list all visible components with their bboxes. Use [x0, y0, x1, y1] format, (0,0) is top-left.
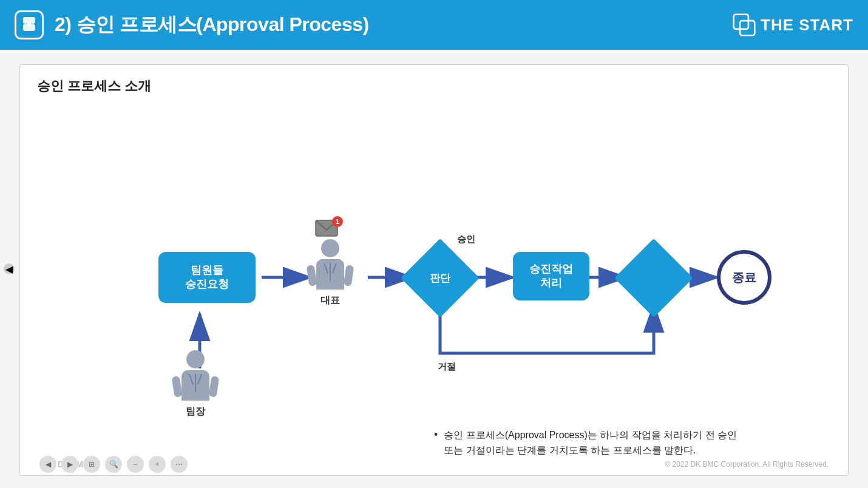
header: 2) 승인 프로세스(Approval Process) THE START — [0, 0, 868, 50]
nav-grid-button[interactable]: ⊞ — [83, 456, 100, 473]
brand-text: THE START — [761, 16, 853, 35]
bullet-point: • — [434, 429, 438, 441]
svg-rect-0 — [27, 22, 31, 27]
nav-next-button[interactable]: ▶ — [61, 456, 78, 473]
bottom-text: 승인 프로세스(Approval Process)는 하나의 작업을 처리하기 … — [444, 427, 737, 458]
promotion-task-box: 승진작업 처리 — [513, 252, 589, 300]
team-request-box: 팀원들 승진요청 — [158, 252, 256, 303]
bottom-nav: ◀ ▶ ⊞ 🔍 − + ⋯ — [39, 456, 188, 473]
nav-zoom-out-button[interactable]: − — [127, 456, 144, 473]
judgement-label: 판단 — [412, 250, 468, 306]
notification-badge: 1 — [332, 216, 343, 227]
brand-logo-icon — [733, 13, 756, 36]
content-card: 승인 프로세스 소개 — [19, 64, 849, 476]
main-content: ◀ 승인 프로세스 소개 — [0, 50, 868, 488]
header-logo-icon — [15, 10, 44, 39]
merge-diamond-wrapper — [626, 250, 682, 306]
representative-label: 대표 — [320, 294, 340, 307]
footer-copyright: © 2022 DK BMC Corporation. All Rights Re… — [665, 460, 829, 469]
flowchart: 팀장 팀원들 승진요청 1 — [37, 114, 831, 405]
end-circle: 종료 — [717, 250, 771, 305]
bottom-description: • 승인 프로세스(Approval Process)는 하나의 작업을 처리하… — [434, 427, 818, 458]
mail-notification: 1 — [315, 220, 341, 242]
section-title: 승인 프로세스 소개 — [37, 77, 831, 95]
nav-more-button[interactable]: ⋯ — [171, 456, 188, 473]
reject-label: 거절 — [438, 361, 456, 373]
header-title: 2) 승인 프로세스(Approval Process) — [55, 12, 369, 38]
judgement-diamond-wrapper: 판단 — [412, 250, 468, 306]
header-brand: THE START — [733, 13, 853, 36]
team-leader-figure: 팀장 — [181, 350, 209, 418]
representative-figure: 대표 — [316, 239, 344, 307]
nav-dot[interactable]: ◀ — [4, 263, 15, 274]
nav-prev-button[interactable]: ◀ — [39, 456, 56, 473]
approve-label: 승인 — [457, 234, 475, 245]
nav-zoom-in-button[interactable]: + — [149, 456, 166, 473]
nav-search-button[interactable]: 🔍 — [105, 456, 122, 473]
team-leader-label: 팀장 — [186, 405, 205, 418]
side-nav: ◀ — [4, 263, 15, 274]
